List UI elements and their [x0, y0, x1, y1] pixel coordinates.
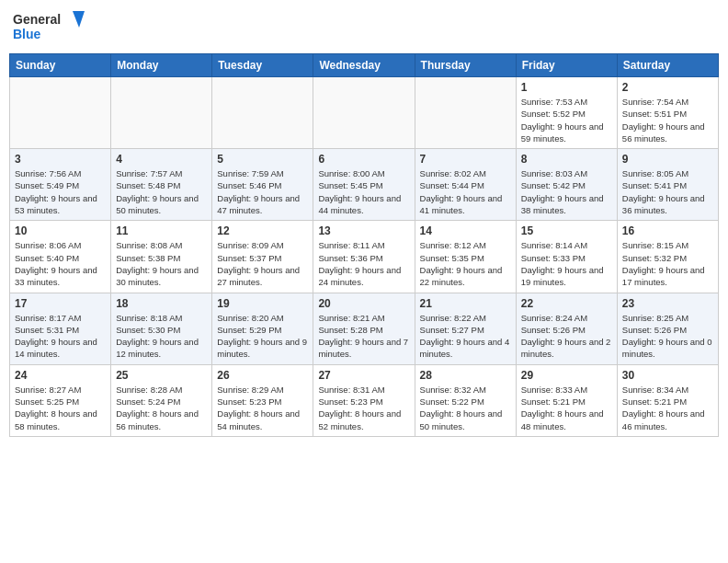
day-number: 30 — [622, 369, 713, 382]
day-info: Sunrise: 8:32 AM Sunset: 5:22 PM Dayligh… — [420, 384, 511, 432]
day-number: 5 — [217, 153, 308, 166]
calendar-cell: 25Sunrise: 8:28 AM Sunset: 5:24 PM Dayli… — [111, 364, 212, 436]
calendar-cell: 1Sunrise: 7:53 AM Sunset: 5:52 PM Daylig… — [516, 77, 617, 149]
day-number: 20 — [318, 297, 409, 310]
day-number: 17 — [15, 297, 106, 310]
calendar-header-row: SundayMondayTuesdayWednesdayThursdayFrid… — [10, 54, 719, 77]
day-info: Sunrise: 8:06 AM Sunset: 5:40 PM Dayligh… — [15, 239, 106, 288]
weekday-header-thursday: Thursday — [415, 54, 516, 77]
calendar-cell: 22Sunrise: 8:24 AM Sunset: 5:26 PM Dayli… — [516, 293, 617, 364]
day-number: 14 — [420, 224, 511, 237]
calendar-cell: 30Sunrise: 8:34 AM Sunset: 5:21 PM Dayli… — [617, 364, 718, 436]
day-info: Sunrise: 8:21 AM Sunset: 5:28 PM Dayligh… — [318, 312, 409, 361]
day-number: 7 — [420, 153, 511, 166]
day-number: 11 — [116, 224, 207, 237]
calendar-cell: 17Sunrise: 8:17 AM Sunset: 5:31 PM Dayli… — [10, 293, 111, 364]
weekday-header-monday: Monday — [111, 54, 212, 77]
day-info: Sunrise: 8:17 AM Sunset: 5:31 PM Dayligh… — [15, 312, 106, 361]
day-number: 18 — [116, 297, 207, 310]
calendar-cell: 4Sunrise: 7:57 AM Sunset: 5:48 PM Daylig… — [111, 149, 212, 221]
calendar-cell: 23Sunrise: 8:25 AM Sunset: 5:26 PM Dayli… — [617, 293, 718, 364]
day-info: Sunrise: 8:11 AM Sunset: 5:36 PM Dayligh… — [318, 239, 409, 288]
calendar-cell: 12Sunrise: 8:09 AM Sunset: 5:37 PM Dayli… — [212, 221, 313, 293]
day-info: Sunrise: 8:15 AM Sunset: 5:32 PM Dayligh… — [622, 239, 713, 288]
calendar-week-3: 17Sunrise: 8:17 AM Sunset: 5:31 PM Dayli… — [10, 293, 719, 364]
calendar-cell: 20Sunrise: 8:21 AM Sunset: 5:28 PM Dayli… — [313, 293, 415, 364]
day-info: Sunrise: 8:03 AM Sunset: 5:42 PM Dayligh… — [521, 167, 612, 216]
calendar-cell: 14Sunrise: 8:12 AM Sunset: 5:35 PM Dayli… — [415, 221, 516, 293]
day-info: Sunrise: 8:18 AM Sunset: 5:30 PM Dayligh… — [116, 312, 207, 361]
day-number: 3 — [15, 153, 106, 166]
day-info: Sunrise: 8:14 AM Sunset: 5:33 PM Dayligh… — [521, 239, 612, 288]
calendar-cell: 6Sunrise: 8:00 AM Sunset: 5:45 PM Daylig… — [313, 149, 415, 221]
calendar-cell: 26Sunrise: 8:29 AM Sunset: 5:23 PM Dayli… — [212, 364, 313, 436]
day-number: 27 — [318, 369, 409, 382]
calendar-cell: 21Sunrise: 8:22 AM Sunset: 5:27 PM Dayli… — [415, 293, 516, 364]
svg-marker-2 — [73, 11, 85, 28]
calendar-cell: 10Sunrise: 8:06 AM Sunset: 5:40 PM Dayli… — [10, 221, 111, 293]
day-number: 6 — [318, 153, 409, 166]
calendar-cell: 19Sunrise: 8:20 AM Sunset: 5:29 PM Dayli… — [212, 293, 313, 364]
calendar-cell: 18Sunrise: 8:18 AM Sunset: 5:30 PM Dayli… — [111, 293, 212, 364]
calendar-cell: 2Sunrise: 7:54 AM Sunset: 5:51 PM Daylig… — [617, 77, 718, 149]
day-info: Sunrise: 8:22 AM Sunset: 5:27 PM Dayligh… — [420, 312, 511, 361]
day-number: 22 — [521, 297, 612, 310]
day-info: Sunrise: 8:34 AM Sunset: 5:21 PM Dayligh… — [622, 384, 713, 432]
day-info: Sunrise: 8:27 AM Sunset: 5:25 PM Dayligh… — [15, 384, 106, 432]
calendar-week-4: 24Sunrise: 8:27 AM Sunset: 5:25 PM Dayli… — [10, 364, 719, 436]
day-number: 2 — [622, 81, 713, 94]
calendar-cell: 15Sunrise: 8:14 AM Sunset: 5:33 PM Dayli… — [516, 221, 617, 293]
day-number: 9 — [622, 153, 713, 166]
weekday-header-wednesday: Wednesday — [313, 54, 415, 77]
calendar-cell — [10, 77, 111, 149]
calendar-cell: 28Sunrise: 8:32 AM Sunset: 5:22 PM Dayli… — [415, 364, 516, 436]
day-number: 16 — [622, 224, 713, 237]
day-number: 19 — [217, 297, 308, 310]
day-number: 25 — [116, 369, 207, 382]
day-info: Sunrise: 7:53 AM Sunset: 5:52 PM Dayligh… — [521, 96, 612, 144]
day-number: 12 — [217, 224, 308, 237]
calendar-table: SundayMondayTuesdayWednesdayThursdayFrid… — [9, 53, 719, 437]
calendar-cell — [415, 77, 516, 149]
calendar-cell: 16Sunrise: 8:15 AM Sunset: 5:32 PM Dayli… — [617, 221, 718, 293]
day-info: Sunrise: 8:09 AM Sunset: 5:37 PM Dayligh… — [217, 239, 308, 288]
day-info: Sunrise: 7:56 AM Sunset: 5:49 PM Dayligh… — [15, 167, 106, 216]
calendar-cell: 24Sunrise: 8:27 AM Sunset: 5:25 PM Dayli… — [10, 364, 111, 436]
calendar-week-0: 1Sunrise: 7:53 AM Sunset: 5:52 PM Daylig… — [10, 77, 719, 149]
day-info: Sunrise: 8:20 AM Sunset: 5:29 PM Dayligh… — [217, 312, 308, 361]
calendar-week-1: 3Sunrise: 7:56 AM Sunset: 5:49 PM Daylig… — [10, 149, 719, 221]
calendar-week-2: 10Sunrise: 8:06 AM Sunset: 5:40 PM Dayli… — [10, 221, 719, 293]
logo: GeneralBlue — [13, 9, 86, 46]
day-info: Sunrise: 7:54 AM Sunset: 5:51 PM Dayligh… — [622, 96, 713, 144]
day-info: Sunrise: 8:05 AM Sunset: 5:41 PM Dayligh… — [622, 167, 713, 216]
svg-text:General: General — [13, 12, 61, 27]
calendar-cell: 3Sunrise: 7:56 AM Sunset: 5:49 PM Daylig… — [10, 149, 111, 221]
svg-text:Blue: Blue — [13, 27, 41, 41]
day-info: Sunrise: 7:57 AM Sunset: 5:48 PM Dayligh… — [116, 167, 207, 216]
day-info: Sunrise: 8:00 AM Sunset: 5:45 PM Dayligh… — [318, 167, 409, 216]
day-info: Sunrise: 8:02 AM Sunset: 5:44 PM Dayligh… — [420, 167, 511, 216]
day-number: 26 — [217, 369, 308, 382]
day-number: 4 — [116, 153, 207, 166]
day-info: Sunrise: 8:29 AM Sunset: 5:23 PM Dayligh… — [217, 384, 308, 432]
day-info: Sunrise: 8:33 AM Sunset: 5:21 PM Dayligh… — [521, 384, 612, 432]
weekday-header-saturday: Saturday — [617, 54, 718, 77]
day-number: 28 — [420, 369, 511, 382]
day-info: Sunrise: 7:59 AM Sunset: 5:46 PM Dayligh… — [217, 167, 308, 216]
calendar-cell — [111, 77, 212, 149]
day-info: Sunrise: 8:24 AM Sunset: 5:26 PM Dayligh… — [521, 312, 612, 361]
calendar-cell: 13Sunrise: 8:11 AM Sunset: 5:36 PM Dayli… — [313, 221, 415, 293]
day-number: 15 — [521, 224, 612, 237]
page-header: GeneralBlue — [9, 9, 719, 46]
day-info: Sunrise: 8:25 AM Sunset: 5:26 PM Dayligh… — [622, 312, 713, 361]
day-number: 10 — [15, 224, 106, 237]
calendar-cell: 8Sunrise: 8:03 AM Sunset: 5:42 PM Daylig… — [516, 149, 617, 221]
calendar-cell: 5Sunrise: 7:59 AM Sunset: 5:46 PM Daylig… — [212, 149, 313, 221]
day-number: 1 — [521, 81, 612, 94]
calendar-cell: 7Sunrise: 8:02 AM Sunset: 5:44 PM Daylig… — [415, 149, 516, 221]
day-info: Sunrise: 8:08 AM Sunset: 5:38 PM Dayligh… — [116, 239, 207, 288]
logo-icon: GeneralBlue — [13, 9, 86, 46]
calendar-cell — [313, 77, 415, 149]
day-number: 8 — [521, 153, 612, 166]
weekday-header-tuesday: Tuesday — [212, 54, 313, 77]
